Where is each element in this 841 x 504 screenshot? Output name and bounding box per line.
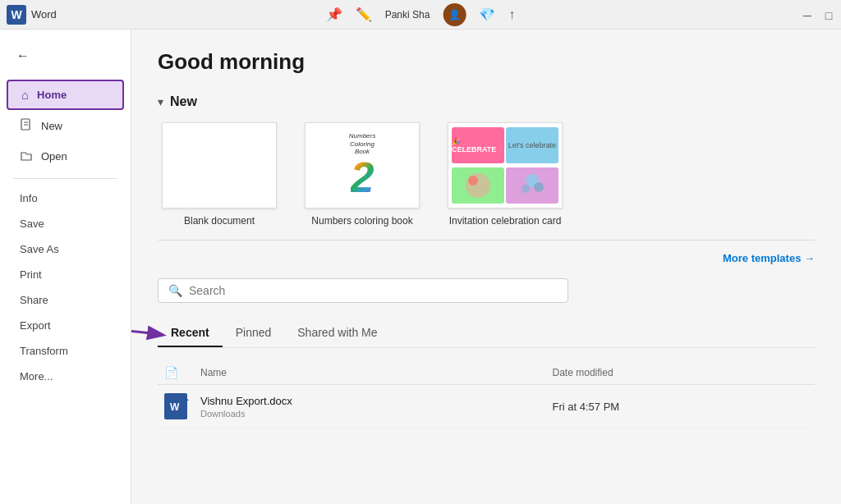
- tabs-area: Recent Pinned Shared with Me: [158, 319, 815, 348]
- sidebar-item-export[interactable]: Export: [7, 314, 124, 337]
- pin-icon[interactable]: 📌: [326, 7, 342, 22]
- sidebar-item-print[interactable]: Print: [7, 263, 124, 286]
- svg-point-3: [466, 173, 490, 198]
- sidebar-home-label: Home: [37, 89, 67, 101]
- invite-cell-1: 🎉 CELEBRATE: [452, 127, 504, 163]
- app-body: ← ⌂ Home New Open Info Save S: [0, 30, 841, 504]
- pen-icon[interactable]: ✏️: [356, 7, 372, 22]
- new-section-header: ▾ New: [158, 94, 815, 109]
- diamond-icon[interactable]: 💎: [479, 7, 495, 22]
- file-date-cell: Fri at 4:57 PM: [546, 385, 815, 428]
- sidebar-item-more[interactable]: More...: [7, 364, 124, 388]
- template-thumb-blank: [162, 122, 277, 208]
- invite-cell-4: [506, 167, 558, 204]
- sidebar-open-label: Open: [41, 150, 67, 163]
- template-invitation-label: Invitation celebration card: [449, 215, 562, 227]
- tab-shared[interactable]: Shared with Me: [284, 319, 390, 347]
- window-controls: ─ □: [802, 9, 834, 21]
- word-file-icon: W: [164, 393, 187, 419]
- new-doc-icon: [20, 118, 33, 134]
- app-name: Word: [31, 8, 57, 21]
- title-bar: W Word 📌 ✏️ Panki Sha 👤 💎 ↑ ─ □: [0, 0, 841, 30]
- search-icon: 🔍: [168, 284, 182, 297]
- svg-point-6: [522, 185, 530, 193]
- file-location-text: Downloads: [200, 409, 540, 419]
- col-name: Name: [194, 361, 546, 385]
- sidebar-top: ←: [0, 36, 131, 76]
- invite-cell-3: [452, 167, 504, 204]
- minimize-button[interactable]: ─: [802, 9, 813, 21]
- invite-cell-2: Let's celebrate: [506, 127, 558, 163]
- sidebar-item-home[interactable]: ⌂ Home: [7, 80, 124, 110]
- col-icon: 📄: [158, 361, 194, 385]
- file-name-cell: Vishnu Export.docx Downloads: [194, 385, 546, 428]
- user-initials: 👤: [448, 9, 461, 21]
- template-numbers-label: Numbers coloring book: [311, 215, 412, 227]
- app-title-area: W Word: [7, 5, 57, 25]
- file-icon-cell: W: [158, 385, 194, 428]
- more-templates-link-area: More templates →: [158, 250, 815, 265]
- section-divider: [158, 240, 815, 241]
- chevron-down-icon[interactable]: ▾: [158, 95, 163, 108]
- table-row[interactable]: W Vishnu Export.docx Downloads Fri at 4:…: [158, 385, 815, 428]
- recent-tabs: Recent Pinned Shared with Me: [158, 319, 815, 348]
- more-templates-link[interactable]: More templates →: [723, 252, 815, 264]
- sidebar: ← ⌂ Home New Open Info Save S: [0, 30, 131, 504]
- home-icon: ⌂: [21, 88, 29, 102]
- search-bar: 🔍: [158, 278, 568, 303]
- user-name-label: Panki Sha: [385, 9, 430, 21]
- sidebar-new-label: New: [41, 120, 62, 132]
- numbers-thumb-inner: NumbersColoringBook 2: [346, 129, 379, 202]
- svg-point-4: [468, 176, 478, 186]
- search-input[interactable]: [189, 284, 558, 297]
- tab-recent[interactable]: Recent: [158, 319, 223, 347]
- sidebar-item-open[interactable]: Open: [7, 142, 124, 171]
- template-invitation[interactable]: 🎉 CELEBRATE Let's celebrate Invitation c…: [443, 122, 567, 227]
- tab-pinned[interactable]: Pinned: [223, 319, 285, 347]
- files-table-body: W Vishnu Export.docx Downloads Fri at 4:…: [158, 385, 815, 428]
- template-blank-label: Blank document: [184, 215, 255, 227]
- sidebar-divider: [13, 178, 117, 179]
- sidebar-item-transform[interactable]: Transform: [7, 339, 124, 363]
- sidebar-item-saveas[interactable]: Save As: [7, 237, 124, 261]
- col-date: Date modified: [546, 361, 815, 385]
- back-button[interactable]: ←: [10, 43, 36, 69]
- files-table: 📄 Name Date modified W Vishnu Export.doc…: [158, 361, 815, 428]
- main-content: Good morning ▾ New Blank document Number…: [131, 30, 841, 504]
- file-name-text: Vishnu Export.docx: [200, 395, 540, 407]
- open-icon: [20, 149, 33, 164]
- sidebar-item-info[interactable]: Info: [7, 186, 124, 210]
- maximize-button[interactable]: □: [823, 9, 834, 21]
- doc-col-icon: 📄: [164, 366, 178, 379]
- sidebar-item-share[interactable]: Share: [7, 288, 124, 312]
- greeting-text: Good morning: [158, 49, 815, 75]
- sidebar-item-save[interactable]: Save: [7, 212, 124, 236]
- sidebar-item-new[interactable]: New: [7, 112, 124, 140]
- svg-point-7: [534, 182, 544, 192]
- template-thumb-numbers: NumbersColoringBook 2: [305, 122, 420, 208]
- svg-text:W: W: [170, 401, 180, 413]
- word-logo: W: [7, 5, 26, 25]
- numbers-big-digit: 2: [351, 156, 375, 199]
- template-blank[interactable]: Blank document: [158, 122, 281, 227]
- template-thumb-invitation: 🎉 CELEBRATE Let's celebrate: [448, 122, 563, 208]
- templates-grid: Blank document NumbersColoringBook 2 Num…: [158, 122, 815, 227]
- numbers-book-subtitle: NumbersColoringBook: [349, 132, 375, 156]
- files-table-header: 📄 Name Date modified: [158, 361, 815, 385]
- title-bar-center: 📌 ✏️ Panki Sha 👤 💎 ↑: [326, 3, 516, 26]
- share-icon[interactable]: ↑: [508, 7, 515, 22]
- new-section-title: New: [170, 94, 197, 109]
- template-numbers[interactable]: NumbersColoringBook 2 Numbers coloring b…: [301, 122, 424, 227]
- user-avatar[interactable]: 👤: [443, 3, 466, 26]
